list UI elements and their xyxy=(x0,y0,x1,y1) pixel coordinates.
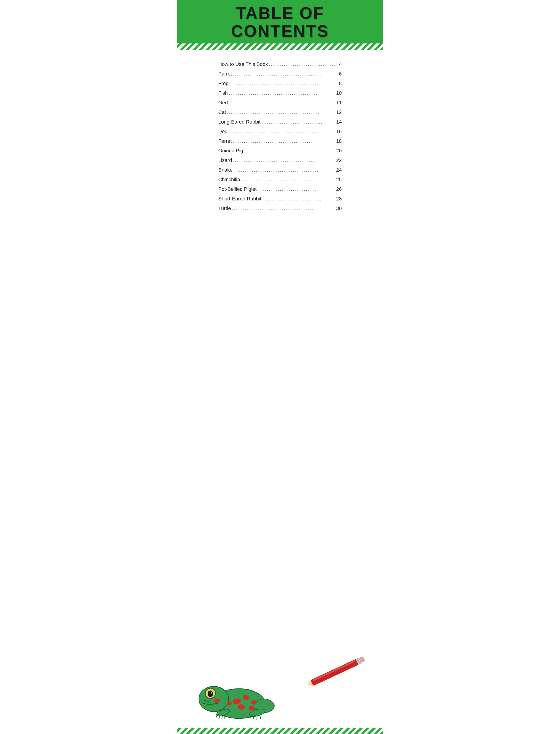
toc-entry-dots: ........................................… xyxy=(233,157,334,163)
toc-entry-title: Cat xyxy=(218,109,226,115)
toc-entry-page: 11 xyxy=(335,100,342,106)
toc-entry-title: Pot-Bellied Piglet xyxy=(218,186,257,192)
svg-point-25 xyxy=(207,701,209,702)
toc-item: Chinchilla..............................… xyxy=(218,177,342,183)
illustration-area xyxy=(177,654,383,728)
toc-item: Pot-Bellied Piglet......................… xyxy=(218,186,342,193)
toc-entry-title: Chinchilla xyxy=(218,177,240,183)
toc-entry-dots: ........................................… xyxy=(241,177,335,183)
toc-item: Guinea Pig..............................… xyxy=(218,148,342,155)
toc-item: Fish....................................… xyxy=(218,90,342,97)
bottom-stripe-bar xyxy=(177,728,383,734)
svg-point-23 xyxy=(211,692,212,694)
toc-entry-dots: ........................................… xyxy=(244,148,334,154)
toc-entry-dots: ........................................… xyxy=(229,90,334,96)
toc-entry-page: 24 xyxy=(335,167,342,173)
toc-item: Short-Eared Rabbit......................… xyxy=(218,196,342,203)
toc-entry-title: Frog xyxy=(218,81,229,86)
frog-illustration xyxy=(196,664,278,723)
toc-item: Long-Eared Rabbit.......................… xyxy=(218,119,342,126)
toc-entry-page: 30 xyxy=(335,205,342,211)
toc-item: Ferret..................................… xyxy=(218,138,342,145)
toc-entry-page: 16 xyxy=(335,129,342,134)
toc-entry-title: Dog xyxy=(218,129,228,134)
toc-entry-dots: ........................................… xyxy=(233,167,335,173)
page: TABLE OF CONTENTS How to Use This Book..… xyxy=(177,0,383,734)
toc-item: Snake...................................… xyxy=(218,167,342,174)
svg-line-12 xyxy=(260,715,260,719)
page-title: TABLE OF CONTENTS xyxy=(186,4,374,40)
toc-entry-page: 12 xyxy=(335,109,342,115)
svg-point-22 xyxy=(208,691,213,697)
toc-entry-title: Fish xyxy=(218,90,228,96)
toc-item: Dog.....................................… xyxy=(218,129,342,135)
toc-entry-title: Gerbil xyxy=(218,100,232,106)
toc-item: Lizard..................................… xyxy=(218,157,342,164)
pencil-illustration xyxy=(303,649,371,697)
toc-entry-page: 28 xyxy=(335,196,342,202)
toc-entry-dots: ................................ xyxy=(257,186,334,192)
toc-entry-title: Guinea Pig xyxy=(218,148,243,154)
toc-entry-dots: ........................................… xyxy=(233,100,334,106)
toc-entry-title: Short-Eared Rabbit xyxy=(218,196,261,202)
toc-entry-page: 6 xyxy=(335,71,342,77)
toc-entry-title: Snake xyxy=(218,167,233,173)
toc-entry-page: 25 xyxy=(335,177,342,183)
toc-entry-page: 10 xyxy=(335,90,342,96)
toc-entry-dots: ................................ xyxy=(262,196,335,202)
toc-entry-dots: ........................................… xyxy=(230,81,335,86)
toc-entry-title: Lizard xyxy=(218,157,232,163)
toc-item: Frog....................................… xyxy=(218,81,342,87)
toc-entry-title: Ferret xyxy=(218,138,232,144)
toc-entry-dots: ........................................… xyxy=(233,71,334,77)
toc-entry-page: 8 xyxy=(335,81,342,86)
toc-item: Parrot..................................… xyxy=(218,71,342,78)
svg-point-24 xyxy=(204,700,206,701)
toc-entry-dots: ....................................... xyxy=(269,61,335,67)
toc-entry-dots: ........................................… xyxy=(228,129,335,134)
toc-entry-dots: ................................. xyxy=(261,119,334,125)
toc-entry-page: 22 xyxy=(335,157,342,163)
toc-entry-page: 26 xyxy=(335,186,342,192)
top-stripe-bar xyxy=(177,43,383,50)
toc-entry-page: 4 xyxy=(335,61,342,67)
svg-rect-31 xyxy=(313,661,355,681)
toc-entry-title: Parrot xyxy=(218,71,232,77)
toc-entry-title: Turtle xyxy=(218,205,231,211)
toc-entry-dots: ........................................… xyxy=(233,138,334,144)
toc-entry-title: How to Use This Book xyxy=(218,61,268,67)
toc-item: Gerbil..................................… xyxy=(218,100,342,107)
toc-entry-page: 18 xyxy=(335,138,342,144)
toc-entry-dots: ........................................… xyxy=(227,109,335,115)
toc-item: Turtle..................................… xyxy=(218,205,342,212)
toc-entry-title: Long-Eared Rabbit xyxy=(218,119,261,125)
toc-list: How to Use This Book....................… xyxy=(218,61,342,212)
svg-line-11 xyxy=(257,716,257,719)
toc-entry-page: 20 xyxy=(335,148,342,154)
toc-entry-dots: ........................................… xyxy=(232,205,335,211)
toc-content: How to Use This Book....................… xyxy=(177,50,383,654)
toc-entry-page: 14 xyxy=(335,119,342,125)
toc-item: Cat.....................................… xyxy=(218,109,342,116)
toc-item: How to Use This Book....................… xyxy=(218,61,342,68)
header: TABLE OF CONTENTS xyxy=(177,0,383,43)
